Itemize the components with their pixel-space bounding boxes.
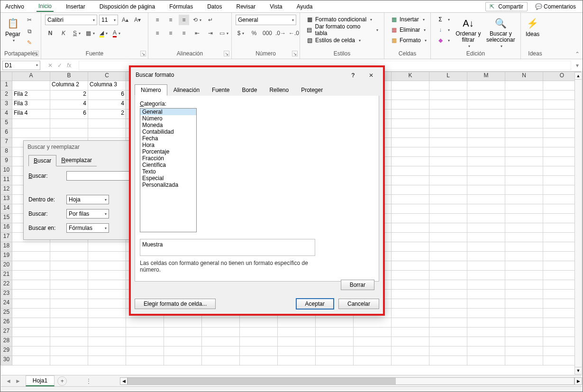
category-item[interactable]: Personalizada <box>140 182 196 188</box>
find-select-button[interactable]: 🔍 Buscar y seleccionar▾ <box>485 15 517 50</box>
format-painter-button[interactable]: ✎ <box>24 37 35 48</box>
cell[interactable] <box>354 337 392 346</box>
sheet-prev-icon[interactable]: ◄ <box>6 378 11 384</box>
cell[interactable] <box>88 290 126 299</box>
cell[interactable] <box>505 109 543 119</box>
cell[interactable] <box>12 309 50 318</box>
cell[interactable] <box>467 261 505 271</box>
horizontal-scrollbar[interactable]: ◀ ▶ <box>120 377 582 385</box>
tab-borde[interactable]: Borde <box>236 84 263 96</box>
expand-formula-icon[interactable]: ▾ <box>574 62 581 69</box>
cell[interactable] <box>50 309 88 318</box>
cell[interactable] <box>467 91 505 100</box>
cell[interactable] <box>12 242 50 252</box>
cell[interactable] <box>505 252 543 261</box>
cell[interactable] <box>505 299 543 309</box>
cell[interactable] <box>88 252 126 261</box>
row-header[interactable]: 28 <box>0 337 12 346</box>
row-header[interactable]: 2 <box>0 91 12 100</box>
cell[interactable] <box>164 337 202 346</box>
menu-ayuda[interactable]: Ayuda <box>295 2 315 11</box>
cell[interactable] <box>505 346 543 356</box>
column-header[interactable]: B <box>50 72 88 81</box>
column-header[interactable]: A <box>12 72 50 81</box>
cell[interactable] <box>467 109 505 119</box>
ideas-button[interactable]: ⚡ Ideas <box>525 15 540 39</box>
cell[interactable] <box>202 328 240 337</box>
row-header[interactable]: 20 <box>0 261 12 271</box>
decrease-decimal-button[interactable]: ←.0 <box>289 28 299 38</box>
cell[interactable] <box>12 328 50 337</box>
cell[interactable] <box>467 166 505 176</box>
tab-reemplazar[interactable]: Reemplazar <box>56 155 97 166</box>
row-header[interactable]: 17 <box>0 233 12 242</box>
wrap-text-button[interactable]: ↵ <box>205 15 216 25</box>
choose-from-cell-button[interactable]: Elegir formato de celda... <box>135 299 216 309</box>
font-color-button[interactable]: A▾ <box>111 28 122 38</box>
cell[interactable] <box>88 271 126 280</box>
cell[interactable] <box>50 271 88 280</box>
cell[interactable] <box>88 280 126 290</box>
cell[interactable] <box>202 337 240 346</box>
cell[interactable] <box>392 119 429 128</box>
cell[interactable] <box>429 109 467 119</box>
cell[interactable] <box>467 356 505 365</box>
cell[interactable] <box>505 337 543 346</box>
row-header[interactable]: 6 <box>0 128 12 138</box>
category-item[interactable]: Fracción <box>140 155 196 162</box>
menu-insertar[interactable]: Insertar <box>64 2 87 11</box>
cell[interactable]: 6 <box>50 109 88 119</box>
cell[interactable] <box>126 328 164 337</box>
cell[interactable] <box>50 242 88 252</box>
row-header[interactable]: 7 <box>0 138 12 147</box>
cell[interactable] <box>12 318 50 328</box>
copy-button[interactable]: ⧉ <box>24 26 35 36</box>
cell[interactable] <box>467 185 505 195</box>
cell[interactable] <box>50 299 88 309</box>
cell[interactable] <box>50 290 88 299</box>
row-header[interactable]: 12 <box>0 185 12 195</box>
column-header[interactable]: N <box>505 72 543 81</box>
row-header[interactable]: 15 <box>0 214 12 223</box>
row-header[interactable]: 29 <box>0 346 12 356</box>
cell[interactable] <box>392 337 429 346</box>
share-button[interactable]: ⇱ Compartir <box>485 2 528 11</box>
borders-button[interactable]: ▦▾ <box>85 28 95 38</box>
within-select[interactable]: Hoja▾ <box>66 195 109 204</box>
cell[interactable] <box>392 128 429 138</box>
align-launcher[interactable]: ↘ <box>224 51 229 56</box>
cell[interactable] <box>467 328 505 337</box>
column-header[interactable]: L <box>429 72 467 81</box>
font-name-select[interactable]: Calibri▾ <box>45 15 97 25</box>
cell[interactable] <box>505 356 543 365</box>
cell[interactable]: 2 <box>50 91 88 100</box>
cell[interactable] <box>505 176 543 185</box>
cell[interactable] <box>164 356 202 365</box>
cell[interactable] <box>429 147 467 157</box>
cell[interactable] <box>467 337 505 346</box>
tab-fuente[interactable]: Fuente <box>206 84 236 96</box>
cell[interactable] <box>12 128 50 138</box>
cell[interactable] <box>88 328 126 337</box>
cell[interactable] <box>126 318 164 328</box>
row-header[interactable]: 9 <box>0 157 12 166</box>
cell[interactable] <box>278 356 316 365</box>
cell[interactable]: 4 <box>50 100 88 109</box>
cell[interactable] <box>429 252 467 261</box>
cell[interactable]: Fila 3 <box>12 100 50 109</box>
cell[interactable] <box>50 318 88 328</box>
category-item[interactable]: Especial <box>140 175 196 182</box>
cell[interactable] <box>12 337 50 346</box>
cell[interactable] <box>392 309 429 318</box>
menu-formulas[interactable]: Fórmulas <box>167 2 195 11</box>
cell[interactable] <box>316 328 354 337</box>
cell[interactable] <box>12 81 50 91</box>
cell[interactable] <box>202 356 240 365</box>
cell[interactable] <box>316 346 354 356</box>
menu-inicio[interactable]: Inicio <box>36 1 54 12</box>
cell[interactable] <box>392 328 429 337</box>
cell[interactable] <box>467 309 505 318</box>
cell[interactable] <box>240 346 278 356</box>
cell[interactable]: 6 <box>88 91 126 100</box>
cell[interactable] <box>12 356 50 365</box>
